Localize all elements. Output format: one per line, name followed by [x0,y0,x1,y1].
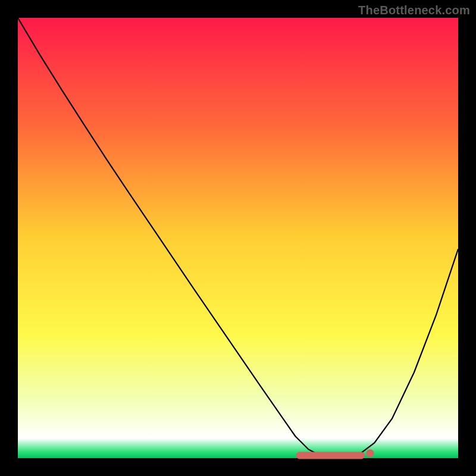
optimal-point-marker [366,449,374,457]
attribution-label: TheBottleneck.com [358,4,470,17]
bottleneck-chart [0,0,476,476]
gradient-background [18,18,458,458]
chart-frame: TheBottleneck.com [0,0,476,476]
